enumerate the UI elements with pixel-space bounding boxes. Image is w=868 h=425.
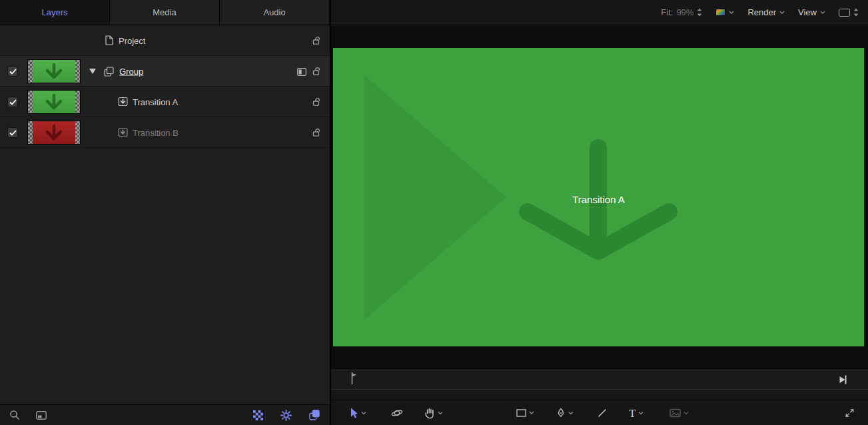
image-mask-tool-icon: [669, 408, 681, 417]
display-icon: [839, 9, 850, 17]
rectangle-tool-icon: [516, 409, 526, 417]
fullscreen-icon: [845, 408, 855, 418]
color-channels-icon: [715, 9, 725, 16]
transition-b-thumbnail[interactable]: [27, 121, 81, 145]
document-icon: [105, 35, 113, 45]
filmstrip-edge: [28, 60, 33, 83]
transform-3d-tool-icon: [391, 408, 403, 418]
line-tool[interactable]: [598, 408, 607, 418]
layer-row-transition-a[interactable]: Transition A: [0, 87, 330, 117]
chevron-down-icon: [568, 411, 574, 414]
panel-tabs: Layers Media Audio: [0, 0, 330, 25]
display-layout-control[interactable]: [839, 8, 859, 17]
text-tool-icon: T: [629, 407, 636, 418]
transition-a-thumbnail[interactable]: [27, 90, 81, 114]
transition-a-label[interactable]: Transition A: [133, 97, 178, 107]
bezier-tool-icon: [556, 408, 566, 418]
canvas-viewport[interactable]: Transition A: [331, 26, 868, 370]
zoom-value: 99%: [676, 7, 693, 17]
layers-panel: Layers Media Audio Project: [0, 0, 330, 425]
playhead-marker-icon[interactable]: [351, 372, 357, 384]
tab-media[interactable]: Media: [110, 0, 220, 25]
layer-list: Project: [0, 25, 330, 404]
layer-row-transition-b[interactable]: Transition B: [0, 117, 330, 148]
image-mask-tool[interactable]: [669, 408, 689, 417]
footer-right-icons: [253, 410, 320, 421]
chevron-down-icon: [729, 11, 734, 14]
fit-label: Fit:: [661, 7, 673, 17]
stepper-icon: [853, 8, 859, 17]
filmstrip-edge: [75, 91, 80, 113]
group-icon: [104, 67, 114, 77]
channels-dropdown[interactable]: [715, 9, 734, 16]
lock-icon[interactable]: [312, 128, 321, 137]
text-tool[interactable]: T: [629, 407, 644, 418]
video-frame[interactable]: Transition A: [333, 48, 864, 346]
filmstrip-edge: [75, 60, 80, 83]
tab-layers[interactable]: Layers: [0, 0, 110, 25]
chevron-down-icon: [779, 11, 785, 14]
hand-tool-icon: [424, 407, 435, 418]
layers-panel-footer: [0, 404, 330, 425]
layers-stack-icon[interactable]: [309, 410, 320, 420]
mini-timeline[interactable]: [331, 370, 868, 390]
layer-row-group[interactable]: Group: [0, 56, 330, 87]
project-label: Project: [119, 35, 145, 45]
motion-window: Layers Media Audio Project: [0, 0, 868, 425]
filter-icon[interactable]: [36, 411, 47, 420]
transform-3d-tool[interactable]: [391, 408, 403, 418]
canvas-title-text: Transition A: [333, 194, 864, 205]
lock-icon[interactable]: [312, 97, 321, 107]
zoom-control[interactable]: Fit: 99%: [661, 7, 702, 17]
lock-icon[interactable]: [312, 36, 321, 45]
transition-b-activation-checkbox[interactable]: [7, 127, 18, 138]
transition-layer-icon: [118, 97, 128, 107]
render-dropdown[interactable]: Render: [747, 7, 785, 17]
group-thumbnail[interactable]: [27, 59, 81, 83]
canvas-toolbar: Fit: 99% Render View: [331, 0, 868, 25]
select-tool[interactable]: [349, 407, 366, 418]
end-marker-icon[interactable]: [839, 375, 847, 384]
filmstrip-edge: [28, 91, 33, 113]
gear-icon[interactable]: [280, 410, 292, 421]
search-icon[interactable]: [9, 410, 20, 420]
filmstrip-edge: [28, 121, 33, 144]
tools-bar: T: [331, 400, 868, 425]
tab-audio[interactable]: Audio: [220, 0, 330, 25]
group-activation-checkbox[interactable]: [7, 66, 18, 77]
group-label[interactable]: Group: [119, 66, 143, 76]
canvas-area: Fit: 99% Render View: [331, 0, 868, 425]
layer-row-project[interactable]: Project: [0, 25, 330, 56]
select-tool-icon: [349, 407, 358, 418]
rectangle-tool[interactable]: [516, 409, 534, 417]
chevron-down-icon: [529, 411, 534, 414]
view-dropdown[interactable]: View: [798, 7, 825, 17]
group-mode-icon[interactable]: [297, 68, 306, 76]
view-label: View: [798, 7, 817, 17]
chevron-down-icon: [683, 411, 689, 414]
checkerboard-icon[interactable]: [253, 410, 263, 420]
stepper-icon[interactable]: [697, 8, 702, 17]
transition-layer-icon: [118, 127, 128, 137]
transition-b-label[interactable]: Transition B: [133, 127, 179, 137]
chevron-down-icon: [820, 11, 825, 14]
hand-tool[interactable]: [424, 407, 443, 418]
lock-icon[interactable]: [312, 67, 321, 76]
chevron-down-icon: [361, 411, 366, 414]
bezier-tool[interactable]: [556, 408, 574, 418]
filmstrip-edge: [75, 121, 80, 144]
fullscreen-toggle[interactable]: [845, 408, 855, 418]
chevron-down-icon: [438, 411, 443, 414]
line-tool-icon: [598, 408, 607, 418]
render-label: Render: [747, 7, 776, 17]
transition-a-activation-checkbox[interactable]: [7, 97, 18, 107]
chevron-down-icon: [638, 411, 644, 414]
disclosure-triangle-icon[interactable]: [89, 69, 96, 74]
